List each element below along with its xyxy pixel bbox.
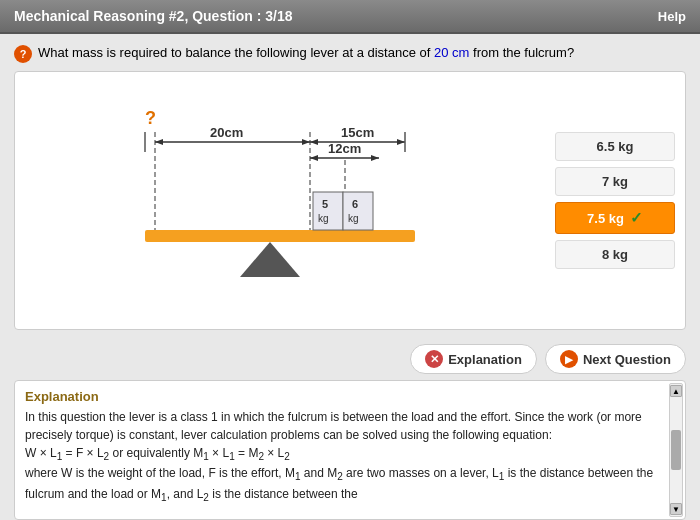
question-icon: ? (14, 45, 32, 63)
answer-label-3: 7.5 kg (587, 211, 624, 226)
svg-text:kg: kg (348, 213, 359, 224)
explanation-panel: Explanation In this question the lever i… (14, 380, 686, 520)
question-row: ? What mass is required to balance the f… (14, 44, 686, 63)
answer-option-3[interactable]: 7.5 kg ✓ (555, 202, 675, 234)
answer-label-4: 8 kg (602, 247, 628, 262)
header-title: Mechanical Reasoning #2, Question : 3/18 (14, 8, 293, 24)
app-container: Mechanical Reasoning #2, Question : 3/18… (0, 0, 700, 520)
answer-label-1: 6.5 kg (597, 139, 634, 154)
scroll-thumb[interactable] (671, 430, 681, 470)
header-bar: Mechanical Reasoning #2, Question : 3/18… (0, 0, 700, 34)
x-icon: ✕ (425, 350, 443, 368)
explanation-button[interactable]: ✕ Explanation (410, 344, 537, 374)
answer-option-4[interactable]: 8 kg (555, 240, 675, 269)
svg-text:12cm: 12cm (328, 141, 361, 156)
svg-marker-9 (310, 139, 318, 145)
svg-text:?: ? (145, 108, 156, 128)
checkmark-icon: ✓ (630, 209, 643, 227)
scroll-up-button[interactable]: ▲ (670, 385, 682, 397)
explanation-label: Explanation (448, 352, 522, 367)
buttons-row: ✕ Explanation ▶ Next Question (14, 338, 686, 380)
svg-text:6: 6 (352, 198, 358, 210)
lever-diagram: ? 20cm (25, 82, 545, 319)
answer-label-2: 7 kg (602, 174, 628, 189)
main-panel: ? 20cm (14, 71, 686, 330)
play-icon: ▶ (560, 350, 578, 368)
next-question-button[interactable]: ▶ Next Question (545, 344, 686, 374)
svg-text:kg: kg (318, 213, 329, 224)
lever-svg: ? 20cm (25, 82, 545, 282)
svg-marker-10 (397, 139, 405, 145)
scroll-down-button[interactable]: ▼ (670, 503, 682, 515)
svg-text:20cm: 20cm (210, 125, 243, 140)
svg-marker-5 (155, 139, 163, 145)
content-area: ? What mass is required to balance the f… (0, 34, 700, 520)
help-button[interactable]: Help (658, 9, 686, 24)
question-text: What mass is required to balance the fol… (38, 44, 574, 62)
svg-rect-16 (145, 230, 415, 242)
svg-marker-13 (310, 155, 318, 161)
svg-marker-14 (371, 155, 379, 161)
svg-marker-23 (240, 242, 300, 277)
explanation-body: In this question the lever is a class 1 … (25, 408, 675, 505)
svg-text:5: 5 (322, 198, 328, 210)
next-label: Next Question (583, 352, 671, 367)
svg-marker-6 (302, 139, 310, 145)
svg-text:15cm: 15cm (341, 125, 374, 140)
answer-option-2[interactable]: 7 kg (555, 167, 675, 196)
scrollbar[interactable]: ▲ ▼ (669, 383, 683, 517)
explanation-title: Explanation (25, 389, 675, 404)
answer-option-1[interactable]: 6.5 kg (555, 132, 675, 161)
answer-options: 6.5 kg 7 kg 7.5 kg ✓ 8 kg (545, 82, 675, 319)
